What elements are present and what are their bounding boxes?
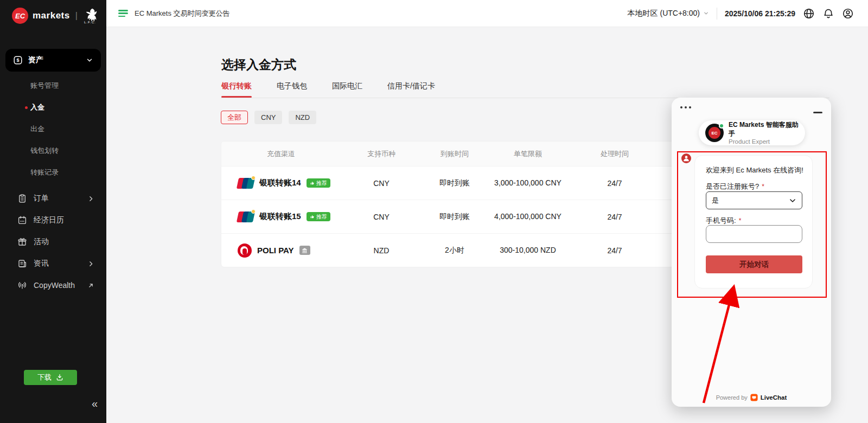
timezone-selector[interactable]: 本地时区 (UTC+8:00) — [628, 9, 709, 18]
deposit-method-tabs: 银行转账 电子钱包 国际电汇 信用卡/借记卡 — [221, 81, 435, 98]
agent-name: EC Markets 智能客服助手 — [729, 121, 799, 138]
col-header-processing: 处理时间 — [569, 149, 661, 159]
required-asterisk: * — [762, 183, 764, 190]
dollar-square-icon: $ — [13, 55, 23, 65]
currency-filters: 全部 CNY NZD — [221, 111, 316, 124]
cell-processing: 24/7 — [569, 179, 661, 188]
agent-avatar: EC — [705, 124, 724, 142]
top-header: EC Markets 交易时间变更公告 本地时区 (UTC+8:00) 2025… — [106, 0, 868, 27]
cell-currency: NZD — [341, 246, 422, 255]
sidebar-item-withdraw[interactable]: 出金 — [0, 118, 106, 140]
sidebar-item-label: 出金 — [30, 124, 44, 134]
chat-minimize-icon[interactable] — [813, 112, 822, 113]
bank-badge — [299, 246, 310, 255]
news-icon — [17, 259, 27, 268]
cell-limit: 4,000-100,000 CNY — [493, 211, 563, 222]
external-link-icon — [87, 282, 94, 289]
sidebar-item-news[interactable]: 资讯 — [0, 253, 106, 274]
filter-cny[interactable]: CNY — [254, 111, 282, 124]
liver-bird-icon — [83, 8, 97, 22]
pre-chat-form: 欢迎来到 Ec Markets 在线咨询! 是否已注册账号?* 是 手机号码:*… — [694, 155, 813, 289]
sidebar-group-assets[interactable]: $ 资产 — [5, 49, 101, 72]
sidebar-item-orders[interactable]: 订单 — [0, 188, 106, 209]
phone-input[interactable] — [706, 225, 802, 243]
chat-footer: Powered by LiveChat — [672, 394, 831, 401]
chevron-down-icon — [86, 56, 93, 64]
download-label: 下载 — [37, 373, 52, 382]
sidebar-menu: 订单 经济日历 活动 — [0, 188, 106, 296]
announcement-link[interactable]: EC Markets 交易时间变更公告 — [135, 9, 230, 18]
powered-by-label: Powered by — [716, 394, 748, 401]
sidebar-item-economic-calendar[interactable]: 经济日历 — [0, 209, 106, 231]
filter-nzd[interactable]: NZD — [289, 111, 316, 124]
unionpay-icon — [238, 178, 254, 189]
online-status-dot — [719, 123, 724, 129]
broadcast-icon — [17, 280, 27, 290]
cell-processing: 24/7 — [569, 213, 661, 221]
clipboard-icon — [17, 194, 27, 203]
sidebar-item-copywealth[interactable]: CopyWealth — [0, 274, 106, 296]
sidebar-group-label: 资产 — [28, 55, 86, 65]
sidebar-collapse-icon[interactable]: « — [92, 398, 98, 409]
hamburger-menu-icon[interactable] — [118, 10, 128, 17]
brand-name: markets — [33, 10, 70, 21]
logo-divider: | — [75, 11, 78, 21]
ec-logo-icon: EC — [12, 8, 28, 24]
cell-currency: CNY — [341, 213, 422, 221]
cell-arrival: 即时到账 — [422, 178, 487, 188]
tab-international-wire[interactable]: 国际电汇 — [332, 81, 362, 98]
caret-down-icon — [703, 10, 709, 16]
livechat-icon — [750, 394, 758, 401]
language-globe-icon[interactable] — [803, 8, 815, 20]
sidebar-item-label: 钱包划转 — [30, 146, 59, 156]
sidebar-item-label: 入金 — [30, 102, 44, 112]
sidebar-item-wallet-transfer[interactable]: 钱包划转 — [0, 140, 106, 162]
notification-bell-icon[interactable] — [822, 8, 834, 20]
sidebar-item-label: 经济日历 — [34, 215, 94, 225]
agent-role: Product Expert — [729, 138, 799, 145]
cell-arrival: 2小时 — [422, 246, 487, 255]
required-asterisk: * — [739, 217, 742, 225]
poli-pay-icon — [238, 243, 252, 258]
sidebar-item-deposit[interactable]: 入金 — [0, 97, 106, 118]
download-button[interactable]: 下载 — [24, 370, 77, 385]
badge-label: 推荐 — [316, 180, 327, 187]
recommended-badge: 推荐 — [307, 212, 330, 221]
filter-all[interactable]: 全部 — [221, 111, 248, 124]
user-account-icon[interactable] — [842, 8, 854, 20]
sidebar-item-account-management[interactable]: 账号管理 — [0, 75, 106, 97]
tab-ewallet[interactable]: 电子钱包 — [277, 81, 307, 98]
cell-limit: 300-10,000 NZD — [493, 245, 563, 256]
col-header-arrival: 到账时间 — [422, 149, 487, 159]
sidebar: EC markets | L.F.C. $ 资产 账号管理 入金 出金 — [0, 0, 106, 423]
header-divider — [717, 8, 717, 20]
sidebar-item-label: CopyWealth — [34, 281, 87, 290]
channel-name: 银联转账14 — [259, 178, 301, 188]
sidebar-item-label: 资讯 — [34, 259, 87, 268]
chat-menu-icon[interactable] — [680, 106, 691, 108]
tab-bank-transfer[interactable]: 银行转账 — [221, 81, 252, 98]
chat-message-avatar — [681, 153, 691, 163]
active-dot — [25, 106, 28, 109]
recommended-badge: 推荐 — [307, 178, 330, 188]
download-icon — [56, 374, 63, 381]
tab-credit-debit-card[interactable]: 信用卡/借记卡 — [387, 81, 435, 98]
thumbs-up-icon — [310, 214, 315, 219]
sidebar-item-activities[interactable]: 活动 — [0, 231, 106, 253]
cell-currency: CNY — [341, 179, 422, 188]
sidebar-subitems: 账号管理 入金 出金 钱包划转 转账记录 — [0, 75, 106, 183]
start-chat-button[interactable]: 开始对话 — [706, 255, 802, 273]
sidebar-item-label: 账号管理 — [30, 81, 59, 91]
datetime-display: 2025/10/06 21:25:29 — [725, 9, 795, 18]
brand-logo: EC markets | L.F.C. — [0, 0, 106, 24]
livechat-label[interactable]: LiveChat — [761, 394, 787, 401]
badge-label: 推荐 — [316, 213, 327, 221]
thumbs-up-icon — [310, 181, 315, 185]
registered-select[interactable]: 是 — [706, 191, 802, 209]
agent-card: EC EC Markets 智能客服助手 Product Expert — [699, 120, 805, 145]
sidebar-item-transfer-records[interactable]: 转账记录 — [0, 162, 106, 183]
bank-icon — [302, 247, 308, 253]
lfc-logo: L.F.C. — [83, 8, 97, 24]
timezone-label: 本地时区 (UTC+8:00) — [628, 9, 700, 18]
cell-limit: 3,000-100,000 CNY — [493, 177, 563, 189]
